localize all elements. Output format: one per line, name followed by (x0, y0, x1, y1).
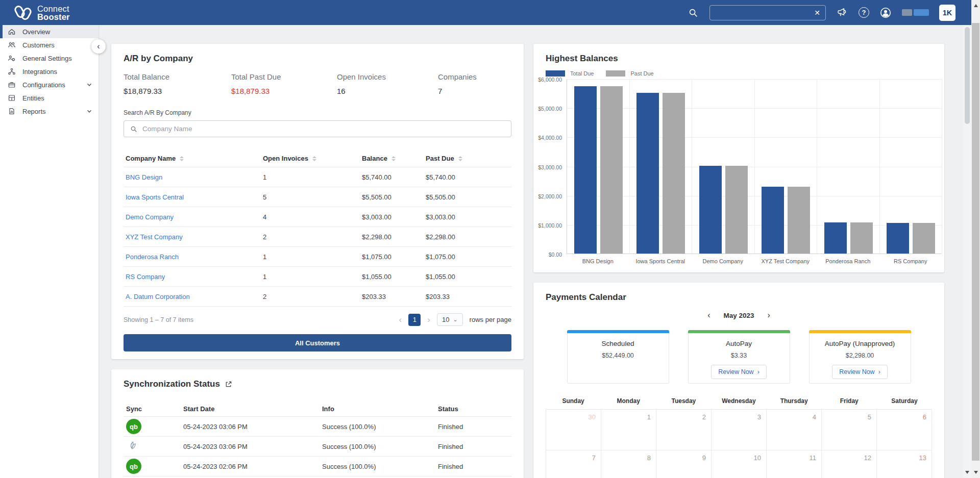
company-link[interactable]: BNG Design (126, 173, 263, 181)
gridline (942, 79, 942, 254)
calendar-cell[interactable]: 9 (656, 450, 712, 478)
external-link-icon[interactable] (225, 381, 232, 388)
summary-card-label: AutoPay (Unapproved) (810, 340, 911, 347)
review-now-button[interactable]: Review Now› (711, 365, 767, 379)
payments-calendar-title: Payments Calendar (546, 292, 944, 303)
rows-per-page-label: rows per page (470, 316, 511, 323)
calendar-cell[interactable]: 5 (822, 410, 877, 450)
calendar-cell[interactable]: 13 (877, 450, 932, 478)
sidebar-item-overview[interactable]: Overview (0, 25, 99, 38)
company-search-input[interactable] (142, 125, 505, 133)
general-settings-icon (8, 54, 16, 62)
ar-search-label: Search A/R By Company (124, 109, 511, 116)
past-due-cell: $2,298.00 (426, 233, 511, 241)
sync-column-info: Info (322, 405, 438, 413)
column-label: Open Invoices (263, 155, 308, 162)
calendar-cell[interactable]: 8 (601, 450, 656, 478)
summary-card-amount: $52,449.00 (568, 352, 669, 359)
calendar-cell[interactable]: 6 (877, 410, 932, 450)
column-label: Balance (362, 155, 387, 162)
calendar-cell[interactable]: 2 (656, 410, 712, 450)
scroll-up-icon[interactable] (974, 4, 978, 7)
page-prev-icon[interactable]: ‹ (399, 315, 402, 324)
bar-past-due-rs-company (913, 223, 935, 254)
bar-total-due-bng-design (574, 86, 597, 254)
stat-value: 7 (438, 87, 511, 95)
all-customers-button[interactable]: All Customers (124, 334, 511, 351)
calendar-cell[interactable]: 4 (767, 410, 822, 450)
inner-scrollbar-thumb[interactable] (965, 27, 970, 124)
calendar-cell[interactable]: 11 (767, 450, 822, 478)
page-next-icon[interactable]: › (427, 315, 430, 324)
company-link[interactable]: Demo Company (126, 213, 263, 221)
next-month-icon[interactable]: › (768, 311, 770, 319)
scroll-down-icon[interactable] (974, 471, 978, 474)
calendar-date: 10 (754, 454, 761, 462)
company-link[interactable]: Ponderosa Ranch (126, 253, 263, 261)
sidebar-collapse-button[interactable]: ‹ (91, 39, 106, 54)
chevron-down-icon (86, 82, 92, 88)
sort-header-past-due[interactable]: Past Due (426, 155, 511, 162)
company-link[interactable]: Iowa Sports Central (126, 193, 263, 201)
sync-column-sync: Sync (126, 405, 183, 413)
sidebar-item-general-settings[interactable]: General Settings (0, 52, 99, 65)
company-link[interactable]: XYZ Test Company (126, 233, 263, 241)
calendar-cell[interactable]: 7 (546, 450, 601, 478)
y-axis-tick: $5,000.00 (533, 106, 562, 112)
brand-logo[interactable]: Connect Booster (14, 5, 70, 21)
account-icon[interactable] (879, 7, 892, 19)
bar-chart-plot (567, 79, 942, 254)
calendar-cell[interactable]: 3 (712, 410, 767, 450)
sort-header-open-invoices[interactable]: Open Invoices (263, 155, 362, 162)
page-number-button[interactable]: 1 (408, 314, 421, 326)
announcement-icon[interactable] (836, 7, 848, 19)
table-row: A. Datum Corporation2$203.33$203.33 (124, 287, 511, 307)
calendar-cell[interactable]: 10 (712, 450, 767, 478)
calendar-cell[interactable]: 30 (546, 410, 601, 450)
sidebar-item-integrations[interactable]: Integrations (0, 65, 99, 78)
calendar-date: 9 (702, 454, 706, 462)
company-link[interactable]: RS Company (126, 273, 263, 281)
prev-month-icon[interactable]: ‹ (707, 311, 710, 319)
chart-legend: Total Due Past Due (546, 70, 654, 77)
global-search-input[interactable] (714, 9, 813, 16)
inner-scrollbar[interactable] (963, 25, 971, 478)
gridline (629, 79, 630, 254)
calendar-cell[interactable]: 12 (822, 450, 877, 478)
calendar-date: 11 (810, 454, 817, 462)
sync-row: qb05-24-2023 02:06 PMSuccess (100.0%)Fin… (124, 457, 511, 476)
sidebar-item-label: Overview (22, 28, 50, 36)
table-row: XYZ Test Company2$2,298.00$2,298.00 (124, 227, 511, 247)
company-link[interactable]: A. Datum Corporation (126, 293, 263, 300)
sync-info: Success (100.0%) (322, 423, 438, 431)
calendar-date: 1 (647, 413, 651, 421)
kaseya-one-icon[interactable]: 1K (939, 5, 955, 21)
sidebar-item-entities[interactable]: Entities (0, 91, 99, 105)
calendar-cell[interactable]: 1 (601, 410, 656, 450)
clear-search-icon[interactable]: ✕ (813, 9, 821, 17)
sidebar-item-customers[interactable]: Customers (0, 38, 99, 52)
company-search-icon (130, 125, 138, 133)
sort-icon (458, 156, 462, 161)
sidebar-item-reports[interactable]: Reports (0, 105, 99, 118)
window-scrollbar-thumb[interactable] (972, 23, 979, 461)
sort-header-company-name[interactable]: Company Name (126, 155, 263, 162)
global-search-box: ✕ (709, 5, 826, 20)
rows-per-page-select[interactable]: 10 ⌄ (437, 313, 463, 326)
sidebar-item-configurations[interactable]: Configurations (0, 78, 99, 91)
help-icon[interactable]: ? (859, 7, 869, 18)
y-axis-tick: $1,000.00 (533, 222, 562, 229)
window-scrollbar[interactable] (971, 0, 980, 478)
sidebar-item-label: Customers (22, 41, 55, 49)
inner-scroll-down-icon[interactable] (965, 471, 969, 474)
open-invoices-cell: 2 (263, 293, 362, 300)
sort-header-balance[interactable]: Balance (362, 155, 426, 162)
search-icon[interactable] (687, 7, 699, 19)
balance-cell: $203.33 (362, 293, 426, 300)
chart-title: Highest Balances (546, 54, 944, 64)
sync-column-start-date: Start Date (183, 405, 322, 413)
sync-start-date: 05-24-2023 03:06 PM (183, 443, 322, 450)
calendar-grid: 3012345678910111213 (546, 409, 932, 478)
review-now-button[interactable]: Review Now› (832, 365, 888, 379)
column-label: Past Due (426, 155, 454, 162)
